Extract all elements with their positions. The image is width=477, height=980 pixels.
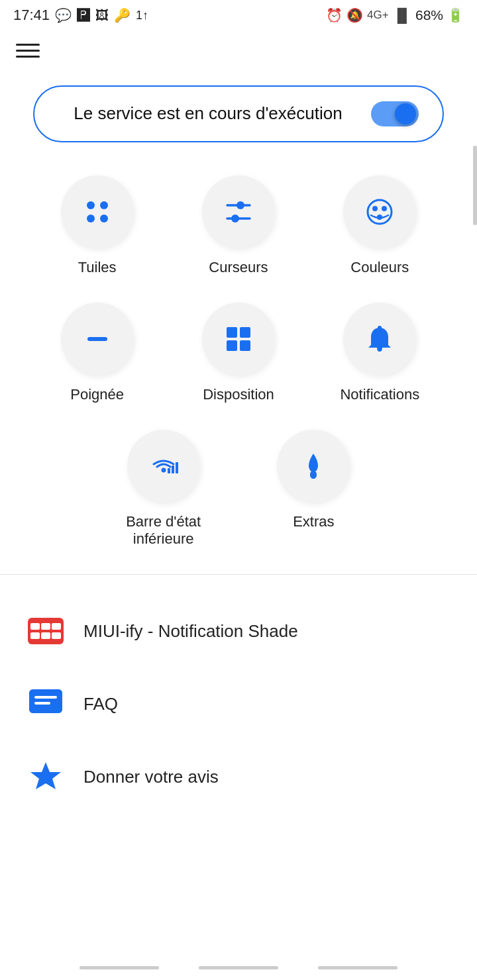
faq-text: FAQ xyxy=(83,694,118,714)
grid-item-disposition[interactable]: Disposition xyxy=(186,303,292,403)
poignee-icon xyxy=(81,322,114,356)
grid-row-2: Poignée Disposition xyxy=(26,303,450,403)
barre-etat-icon xyxy=(147,450,180,483)
notifications-label: Notifications xyxy=(340,386,419,403)
service-card: Le service est en cours d'exécution xyxy=(33,85,444,142)
svg-point-10 xyxy=(382,206,387,211)
data-icon: 1↑ xyxy=(136,9,148,23)
image-icon: 🖼 xyxy=(95,8,109,23)
bottom-tab-1[interactable] xyxy=(80,966,159,969)
avis-icon xyxy=(26,758,65,796)
notifications-icon-circle xyxy=(343,303,416,375)
bottom-tab-3[interactable] xyxy=(318,966,398,969)
svg-rect-12 xyxy=(87,337,107,341)
svg-point-1 xyxy=(100,201,108,209)
status-time: 17:41 xyxy=(13,7,50,24)
svg-rect-32 xyxy=(34,702,50,705)
curseurs-icon xyxy=(222,195,255,228)
bottom-tab-2[interactable] xyxy=(199,966,278,969)
svg-rect-22 xyxy=(28,618,64,644)
battery-icon: 🔋 xyxy=(447,7,464,23)
grid-row-3: Barre d'état inférieure Extras xyxy=(26,430,450,548)
svg-rect-15 xyxy=(227,340,237,351)
grid-section: Tuiles Curseurs xyxy=(0,169,477,548)
svg-rect-27 xyxy=(41,632,50,639)
list-item-faq[interactable]: FAQ xyxy=(0,667,477,740)
svg-point-3 xyxy=(100,215,108,222)
section-divider xyxy=(0,574,477,575)
svg-rect-24 xyxy=(41,623,50,630)
paypal-icon: 🅿 xyxy=(77,8,90,23)
miuiify-icon xyxy=(26,612,65,650)
tuiles-icon-circle xyxy=(61,175,134,248)
svg-rect-23 xyxy=(30,623,40,630)
miuiify-text: MIUI-ify - Notification Shade xyxy=(83,621,298,642)
avis-text: Donner votre avis xyxy=(83,767,219,787)
extras-icon xyxy=(297,450,330,483)
tuiles-icon xyxy=(81,195,114,228)
grid-item-extras[interactable]: Extras xyxy=(260,430,366,530)
bottom-nav xyxy=(0,953,477,980)
poignee-label: Poignée xyxy=(70,386,124,403)
service-text: Le service est en cours d'exécution xyxy=(58,102,358,125)
hamburger-menu[interactable] xyxy=(0,29,477,72)
mute-icon: 🔕 xyxy=(346,7,363,23)
svg-point-2 xyxy=(87,215,95,222)
svg-point-9 xyxy=(372,206,378,211)
grid-item-couleurs[interactable]: Couleurs xyxy=(327,175,433,276)
grid-item-notifications[interactable]: Notifications xyxy=(327,303,433,403)
disposition-icon-circle xyxy=(202,303,275,375)
poignee-icon-circle xyxy=(61,303,134,375)
svg-rect-25 xyxy=(52,623,61,630)
whatsapp-icon: 💬 xyxy=(55,7,72,23)
disposition-icon xyxy=(222,322,255,356)
barre-etat-label: Barre d'état inférieure xyxy=(111,513,217,548)
extras-icon-circle xyxy=(277,430,350,503)
grid-item-barre-etat[interactable]: Barre d'état inférieure xyxy=(111,430,217,548)
notifications-icon xyxy=(363,322,396,356)
svg-point-18 xyxy=(161,468,166,473)
svg-marker-33 xyxy=(30,762,61,789)
extras-label: Extras xyxy=(293,513,334,530)
list-item-miuiify[interactable]: MIUI-ify - Notification Shade xyxy=(0,595,477,667)
curseurs-icon-circle xyxy=(202,175,275,248)
faq-icon xyxy=(26,685,65,723)
grid-item-poignee[interactable]: Poignée xyxy=(44,303,150,403)
status-right-icons: ⏰ 🔕 4G+ ▐▌ 68% 🔋 xyxy=(326,7,464,23)
alarm-icon: ⏰ xyxy=(326,7,343,23)
couleurs-icon xyxy=(363,195,396,228)
svg-rect-19 xyxy=(168,468,170,473)
scroll-indicator xyxy=(473,146,477,225)
network-icon: 4G+ xyxy=(367,9,389,22)
list-item-avis[interactable]: Donner votre avis xyxy=(0,740,477,813)
battery-text: 68% xyxy=(415,7,443,23)
disposition-label: Disposition xyxy=(203,386,274,403)
tuiles-label: Tuiles xyxy=(78,259,117,276)
svg-rect-13 xyxy=(227,327,237,338)
signal-bars: ▐▌ xyxy=(393,8,411,23)
couleurs-icon-circle xyxy=(343,175,416,248)
svg-rect-28 xyxy=(52,632,61,639)
svg-rect-26 xyxy=(30,632,40,639)
grid-item-tuiles[interactable]: Tuiles xyxy=(44,175,150,276)
svg-point-5 xyxy=(237,201,244,209)
svg-point-8 xyxy=(368,200,392,224)
key-icon: 🔑 xyxy=(114,7,131,23)
svg-rect-31 xyxy=(34,696,57,699)
service-toggle[interactable] xyxy=(371,101,419,126)
barre-etat-icon-circle xyxy=(127,430,200,503)
list-section: MIUI-ify - Notification Shade FAQ Donner… xyxy=(0,588,477,820)
status-bar: 17:41 💬 🅿 🖼 🔑 1↑ ⏰ 🔕 4G+ ▐▌ 68% 🔋 xyxy=(0,0,477,29)
curseurs-label: Curseurs xyxy=(209,259,268,276)
svg-rect-20 xyxy=(172,466,174,473)
svg-rect-17 xyxy=(378,326,382,329)
grid-row-1: Tuiles Curseurs xyxy=(26,175,450,276)
svg-rect-14 xyxy=(240,327,250,338)
svg-rect-21 xyxy=(176,462,178,473)
svg-rect-16 xyxy=(240,340,250,351)
svg-point-0 xyxy=(87,201,95,209)
svg-point-7 xyxy=(231,215,239,222)
couleurs-label: Couleurs xyxy=(350,259,409,276)
grid-item-curseurs[interactable]: Curseurs xyxy=(186,175,292,276)
